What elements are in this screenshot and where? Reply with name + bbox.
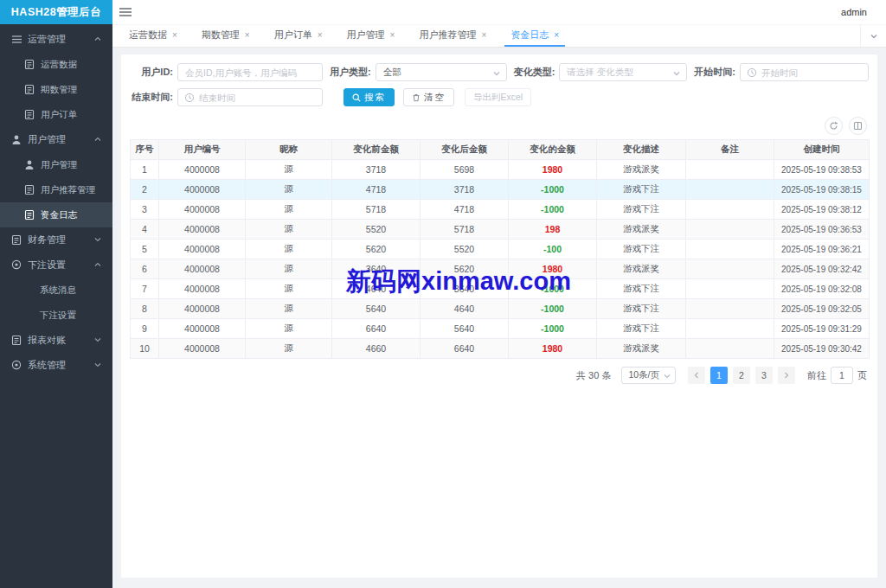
prev-page-button[interactable] [688,367,705,384]
search-button[interactable]: 搜索 [343,88,395,106]
cell-seq: 8 [131,299,159,319]
clock-icon [747,67,757,78]
table-row[interactable]: 24000008源47183718-1000游戏下注2025-05-19 09:… [131,180,870,200]
goto-input[interactable] [831,367,853,384]
page-size-select[interactable]: 10条/页 [621,367,676,384]
tab-overflow-button[interactable] [860,25,886,47]
column-header-8: 创建时间 [774,140,870,160]
page-button-2[interactable]: 2 [733,367,750,384]
sidebar-item-13[interactable]: 系统管理 [0,353,112,378]
sidebar-item-label: 下注设置 [40,310,76,322]
cell-amount-change: 1980 [509,160,597,180]
start-time-label: 开始时间: [694,66,735,79]
sidebar-item-8[interactable]: 财务管理 [0,227,112,252]
tab-5[interactable]: 资金日志× [504,25,565,47]
user-icon [11,134,22,145]
sidebar-item-label: 用户管理 [41,159,77,171]
user-menu[interactable]: admin [841,7,867,17]
column-settings-button[interactable] [849,117,867,135]
user-id-input[interactable] [178,64,322,80]
app-window: HASH28管理后台 运营管理运营数据期数管理用户订单用户管理用户管理用户推荐管… [0,0,886,588]
cell-user-id: 4000008 [159,259,246,279]
cell-change-desc: 游戏下注 [597,319,686,339]
user-type-select[interactable]: 全部 [376,63,507,81]
tab-close-icon[interactable]: × [245,30,250,40]
cell-amount-change: -100 [509,240,597,259]
cell-seq: 6 [131,259,159,279]
sidebar-item-11[interactable]: 下注设置 [0,303,112,328]
cell-created-time: 2025-05-19 09:38:53 [774,160,870,180]
sidebar-item-4[interactable]: 用户管理 [0,127,112,152]
export-excel-button[interactable]: 导出到Excel [465,88,531,106]
tab-1[interactable]: 期数管理× [196,25,256,47]
collapse-menu-button[interactable] [112,0,138,24]
doc-icon [11,335,22,346]
chevron-down-icon [672,69,681,78]
cell-created-time: 2025-05-19 09:36:53 [774,220,870,240]
change-type-select[interactable]: 请选择 变化类型 [559,63,687,81]
content-card: 用户ID: 用户类型: 全部 变化类型: 请选择 变化类型 [121,54,877,578]
clear-button[interactable]: 清空 [403,88,454,106]
tab-2[interactable]: 用户订单× [268,25,329,47]
page-button-3[interactable]: 3 [755,367,773,384]
sidebar-menu: 运营管理运营数据期数管理用户订单用户管理用户管理用户推荐管理资金日志财务管理下注… [0,24,112,378]
tab-label: 用户管理 [347,29,385,42]
sidebar-item-10[interactable]: 系统消息 [0,278,112,303]
sidebar-item-3[interactable]: 用户订单 [0,102,112,127]
tab-close-icon[interactable]: × [481,30,486,40]
cell-change-desc: 游戏派奖 [597,339,686,359]
tab-0[interactable]: 运营数据× [123,25,183,47]
tab-label: 用户推荐管理 [419,29,476,42]
doc-icon [24,184,35,195]
sidebar-item-6[interactable]: 用户推荐管理 [0,177,112,202]
tab-close-icon[interactable]: × [318,30,323,40]
refresh-button[interactable] [825,117,843,135]
sidebar-item-0[interactable]: 运营管理 [0,27,112,52]
page-button-1[interactable]: 1 [710,367,728,384]
cell-nickname: 源 [246,160,332,180]
cell-created-time: 2025-05-19 09:32:05 [774,299,870,319]
table-row[interactable]: 34000008源57184718-1000游戏下注2025-05-19 09:… [131,200,870,220]
sidebar-item-7[interactable]: 资金日志 [0,202,112,227]
tab-close-icon[interactable]: × [390,30,395,40]
cell-nickname: 源 [246,200,332,220]
doc-icon [11,234,22,246]
cell-amount-after: 6640 [421,339,509,359]
cell-note [686,339,774,359]
doc-icon [24,59,35,70]
hamburger-icon [119,7,132,17]
start-time-input[interactable] [741,64,868,80]
table-row[interactable]: 84000008源56404640-1000游戏下注2025-05-19 09:… [131,299,870,319]
cell-user-id: 4000008 [159,160,246,180]
table-row[interactable]: 54000008源56205520-100游戏下注2025-05-19 09:3… [131,240,870,259]
tab-close-icon[interactable]: × [172,30,177,40]
cell-seq: 4 [131,220,159,240]
tab-close-icon[interactable]: × [554,30,559,40]
end-time-input[interactable] [178,89,322,105]
chevron-down-icon [870,32,878,41]
table-row[interactable]: 104000008源466066401980游戏派奖2025-05-19 09:… [131,339,870,359]
table-tools [121,113,877,135]
doc-icon [24,109,35,120]
sidebar-item-12[interactable]: 报表对账 [0,328,112,353]
filter-row-1: 用户ID: 用户类型: 全部 变化类型: 请选择 变化类型 [130,63,869,81]
sidebar-item-2[interactable]: 期数管理 [0,77,112,102]
sidebar-item-1[interactable]: 运营数据 [0,52,112,77]
cell-note [686,259,774,279]
table-row[interactable]: 94000008源66405640-1000游戏下注2025-05-19 09:… [131,319,870,339]
chevron-up-icon [93,135,102,144]
user-icon [24,159,35,170]
sidebar-item-5[interactable]: 用户管理 [0,152,112,177]
target-icon [11,259,22,271]
column-header-0: 序号 [131,140,159,160]
tab-3[interactable]: 用户管理× [341,25,401,47]
sidebar-item-9[interactable]: 下注设置 [0,252,112,278]
cell-amount-before: 3718 [332,160,421,180]
target-icon [11,360,22,371]
cell-amount-after: 5718 [421,220,509,240]
tab-4[interactable]: 用户推荐管理× [413,25,492,47]
table-row[interactable]: 14000008源371856981980游戏派奖2025-05-19 09:3… [131,160,870,180]
table-row[interactable]: 44000008源55205718198游戏派奖2025-05-19 09:36… [131,220,870,240]
next-page-button[interactable] [778,367,795,384]
cell-created-time: 2025-05-19 09:38:15 [774,180,870,200]
